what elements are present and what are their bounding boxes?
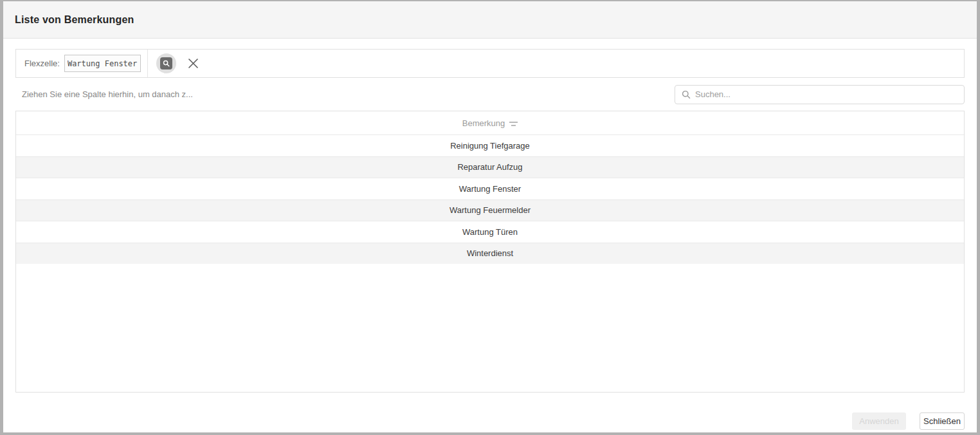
table-row[interactable]: Wartung Feuermelder [16,199,964,221]
dialog-footer: Anwenden Schließen [15,393,965,430]
column-header-label: Bemerkung [462,118,505,128]
remarks-table: Bemerkung Reinigung Tiefgarage Reparatur… [15,111,965,393]
table-row[interactable]: Wartung Fenster [16,178,964,199]
flexzelle-value-input[interactable] [64,55,141,72]
apply-button[interactable]: Anwenden [852,412,906,430]
dialog-window: Liste von Bemerkungen Flexzelle: [3,1,977,432]
grid-toolbar: Ziehen Sie eine Spalte hierhin, um danac… [15,78,965,111]
dialog-content: Flexzelle: [3,49,977,430]
flexzelle-search-button[interactable] [156,53,176,73]
filter-icon[interactable] [509,122,518,126]
search-icon [682,90,691,99]
magnifier-icon [160,57,172,69]
table-row[interactable]: Wartung Türen [16,221,964,243]
close-icon [188,58,199,69]
page-title: Liste von Bemerkungen [15,14,134,26]
close-button[interactable]: Schließen [920,412,965,430]
table-row[interactable]: Reparatur Aufzug [16,156,964,178]
search-input[interactable] [695,89,964,99]
panel-divider [147,50,148,77]
table-row[interactable]: Winterdienst [16,243,964,264]
column-header-bemerkung[interactable]: Bemerkung [16,111,964,134]
flexzelle-label: Flexzelle: [24,59,60,68]
flexzelle-clear-button[interactable] [186,57,201,71]
dialog-title-bar: Liste von Bemerkungen [3,1,977,39]
grid-search-box[interactable] [675,85,965,104]
flexzelle-filter-panel: Flexzelle: [15,49,965,78]
group-panel-hint: Ziehen Sie eine Spalte hierhin, um danac… [22,89,193,99]
table-row[interactable]: Reinigung Tiefgarage [16,134,964,156]
